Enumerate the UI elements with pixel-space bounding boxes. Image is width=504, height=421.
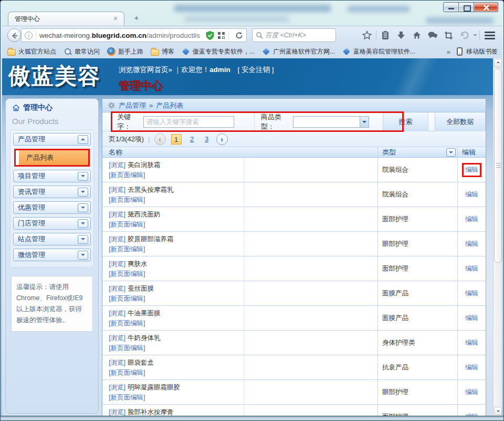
bookmark-item[interactable]: 博客 — [151, 47, 174, 56]
bookmark-item[interactable]: 新手上路 — [107, 47, 143, 56]
bookmark-item[interactable]: 广州蓝格软件官方网... — [262, 47, 335, 56]
new-page-edit-link[interactable]: [新页面编辑] — [109, 270, 145, 278]
security-shield-icon[interactable] — [206, 31, 214, 40]
vertical-scrollbar[interactable] — [493, 58, 502, 416]
sidebar-item[interactable]: 站点管理 — [13, 233, 91, 245]
new-page-edit-link[interactable]: [新页面编辑] — [109, 394, 145, 401]
browser-tab[interactable]: 管理中心 — [8, 12, 124, 26]
previous-page-button[interactable]: ‹ — [154, 134, 166, 145]
scroll-down-button[interactable] — [494, 407, 502, 415]
edit-link[interactable]: 编辑 — [465, 314, 478, 323]
logout-link[interactable]: [ 安全注销 ] — [238, 66, 274, 74]
browse-link[interactable]: [浏览] — [109, 334, 125, 342]
browse-link[interactable]: [浏览] — [109, 310, 125, 317]
chevron-down-icon[interactable] — [78, 235, 88, 244]
qr-code-icon[interactable] — [217, 32, 225, 39]
url-text: wechat-meirong.bluegrid.com.cn/admin/pro… — [39, 32, 203, 39]
chevron-down-icon[interactable] — [78, 188, 88, 197]
page-number-link[interactable]: 2 — [187, 134, 197, 145]
new-page-edit-link[interactable]: [新页面编辑] — [109, 320, 145, 327]
sidebar-item[interactable]: 项目管理 — [13, 170, 91, 182]
sidebar-item[interactable]: 优惠管理 — [13, 201, 91, 214]
next-page-button[interactable]: › — [216, 134, 228, 145]
sidebar-item-product-list[interactable]: 产品列表 — [19, 150, 88, 165]
chevron-down-icon[interactable] — [78, 203, 88, 212]
edit-link[interactable]: 编辑 — [465, 215, 478, 224]
browse-link[interactable]: [浏览] — [109, 186, 125, 193]
page-number-link[interactable]: 3 — [202, 134, 212, 145]
scrollbar-thumb[interactable] — [494, 68, 502, 263]
new-page-edit-link[interactable]: [新页面编辑] — [109, 196, 145, 203]
browse-link[interactable]: [浏览] — [109, 211, 125, 218]
new-tab-button[interactable] — [129, 13, 144, 23]
url-bar[interactable]: wechat-meirong.bluegrid.com.cn/admin/pro… — [21, 28, 247, 42]
mobile-bookmarks-item[interactable]: 移动版书签 — [456, 47, 498, 56]
reload-icon[interactable] — [235, 32, 243, 39]
edit-link[interactable]: 编辑 — [465, 289, 478, 298]
browse-link[interactable]: [浏览] — [109, 384, 125, 391]
tab-close-icon[interactable] — [111, 15, 120, 23]
screenshot-crop-icon[interactable] — [440, 28, 456, 42]
new-page-edit-link[interactable]: [新页面编辑] — [109, 221, 145, 228]
menu-icon[interactable] — [481, 28, 499, 42]
breadcrumb-root[interactable]: 产品管理 — [119, 101, 146, 110]
home-icon[interactable] — [409, 28, 425, 42]
edit-link[interactable]: 编辑 — [465, 240, 478, 249]
browse-link[interactable]: [浏览] — [109, 161, 125, 169]
edit-link[interactable]: 编辑 — [465, 264, 478, 273]
page-body: 管理中心 Our Products 产品管理 产品列表 — [2, 95, 493, 416]
new-page-edit-link[interactable]: [新页面编辑] — [109, 295, 145, 302]
sidebar-item-product-management[interactable]: 产品管理 — [13, 133, 91, 146]
browse-link[interactable]: [浏览] — [109, 408, 125, 416]
chevron-down-icon[interactable] — [78, 251, 88, 260]
close-window-button[interactable] — [474, 2, 498, 12]
page-info-icon[interactable] — [25, 32, 33, 39]
browse-link[interactable]: [浏览] — [109, 260, 125, 268]
edit-link[interactable]: 编辑 — [465, 363, 478, 372]
browse-link[interactable]: [浏览] — [109, 235, 125, 243]
view-site-link[interactable]: 浏览微官网首页» — [119, 66, 172, 74]
chat-icon[interactable] — [425, 28, 440, 42]
search-button[interactable]: 搜索 — [383, 112, 428, 131]
search-box[interactable] — [252, 28, 336, 42]
chevron-down-icon[interactable] — [472, 28, 478, 42]
page-number-link[interactable]: 1 — [171, 134, 182, 145]
sidebar-item[interactable]: 资讯管理 — [13, 186, 91, 198]
bookmarks-overflow-chevron[interactable]: » — [447, 48, 450, 56]
sidebar-item[interactable]: 门店管理 — [13, 217, 91, 230]
chevron-up-icon[interactable] — [78, 135, 88, 144]
keyword-input[interactable] — [143, 116, 234, 128]
chevron-down-icon[interactable] — [78, 219, 88, 228]
type-filter-dropdown-icon[interactable] — [446, 148, 456, 157]
bookmark-label: 广州蓝格软件官方网... — [273, 47, 335, 56]
maximize-button[interactable] — [459, 2, 474, 12]
new-page-edit-link[interactable]: [新页面编辑] — [109, 369, 145, 376]
scroll-up-button[interactable] — [494, 59, 502, 67]
select-arrow-icon[interactable] — [360, 117, 369, 127]
bookmark-item[interactable]: 火狐官方站点 — [7, 47, 56, 56]
sidebar-item[interactable]: 微信管理 — [13, 249, 91, 261]
edit-link[interactable]: 编辑 — [465, 190, 478, 199]
edit-link[interactable]: 编辑 — [465, 388, 478, 397]
bookmark-item[interactable]: 蓝格美容院管理软件... — [342, 47, 415, 56]
browse-link[interactable]: [浏览] — [109, 285, 125, 292]
undo-history-icon[interactable] — [456, 28, 472, 42]
edit-link[interactable]: 编辑 — [465, 338, 478, 347]
chevron-down-icon[interactable] — [78, 172, 88, 181]
all-data-button[interactable]: 全部数据 — [435, 112, 486, 131]
edit-link[interactable]: 编辑 — [462, 163, 481, 177]
bookmark-item[interactable]: 最常访问 — [64, 47, 100, 56]
bookmark-item[interactable]: 傲蓝专营专卖软件，... — [182, 47, 255, 56]
new-page-edit-link[interactable]: [新页面编辑] — [109, 245, 145, 253]
breadcrumb-current[interactable]: 产品列表 — [156, 101, 183, 110]
new-page-edit-link[interactable]: [新页面编辑] — [109, 344, 145, 352]
search-input[interactable] — [265, 32, 332, 39]
browse-link[interactable]: [浏览] — [109, 359, 125, 366]
minimize-button[interactable] — [443, 2, 459, 12]
downloads-icon[interactable] — [393, 28, 409, 42]
back-button[interactable] — [7, 28, 21, 42]
product-type-select[interactable] — [293, 116, 369, 128]
bookmarks-menu-icon[interactable] — [377, 28, 393, 42]
new-page-edit-link[interactable]: [新页面编辑] — [109, 171, 145, 179]
bookmark-star-icon[interactable] — [359, 28, 375, 42]
